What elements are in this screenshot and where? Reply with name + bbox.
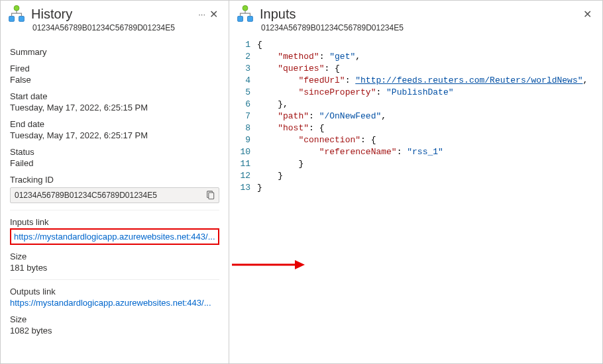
app-container: History ··· ✕ 01234A56789B01234C56789D01…	[0, 0, 603, 364]
end-date-value: Tuesday, May 17, 2022, 6:25:17 PM	[10, 130, 219, 140]
inputs-id: 01234A56789B01234C56789D01234E5	[229, 23, 602, 38]
close-icon[interactable]: ✕	[205, 7, 222, 22]
inputs-panel: Inputs ✕ 01234A56789B01234C56789D01234E5…	[229, 1, 602, 363]
more-icon[interactable]: ···	[198, 9, 205, 19]
tracking-id-label: Tracking ID	[10, 175, 219, 185]
history-body: Summary Fired False Start date Tuesday, …	[1, 38, 229, 342]
svg-rect-2	[19, 17, 25, 22]
outputs-size-value: 1082 bytes	[10, 326, 219, 336]
svg-point-5	[243, 5, 248, 11]
logic-app-icon	[7, 5, 26, 23]
inputs-header: Inputs ✕	[229, 1, 602, 26]
history-panel: History ··· ✕ 01234A56789B01234C56789D01…	[1, 1, 229, 363]
history-title: History	[31, 7, 194, 22]
svg-rect-4	[209, 193, 214, 199]
start-date-label: Start date	[10, 91, 219, 101]
inputs-link-label: Inputs link	[10, 217, 219, 227]
inputs-title: Inputs	[260, 7, 579, 22]
outputs-size-label: Size	[10, 314, 219, 324]
inputs-size-label: Size	[10, 251, 219, 261]
outputs-link[interactable]: https://mystandardlogicapp.azurewebsites…	[10, 298, 211, 308]
end-date-label: End date	[10, 119, 219, 129]
history-id: 01234A56789B01234C56789D01234E5	[1, 23, 229, 38]
code-content: { "method": "get", "queries": { "feedUrl…	[257, 39, 602, 363]
logic-app-icon	[236, 5, 254, 23]
start-date-value: Tuesday, May 17, 2022, 6:25:15 PM	[10, 103, 219, 113]
inputs-link-highlight: https://mystandardlogicapp.azurewebsites…	[10, 228, 219, 245]
inputs-link[interactable]: https://mystandardlogicapp.azurewebsites…	[14, 232, 215, 242]
fired-label: Fired	[10, 64, 219, 73]
svg-point-0	[14, 5, 19, 11]
history-header: History ··· ✕	[1, 1, 229, 26]
line-numbers: 12345678910111213	[229, 39, 257, 363]
status-label: Status	[10, 147, 219, 157]
close-icon[interactable]: ✕	[579, 7, 596, 22]
summary-heading: Summary	[10, 47, 219, 57]
status-value: Failed	[10, 158, 219, 168]
svg-rect-1	[9, 17, 15, 22]
outputs-link-label: Outputs link	[10, 287, 219, 296]
svg-rect-6	[238, 17, 243, 22]
code-viewer[interactable]: 12345678910111213 { "method": "get", "qu…	[229, 38, 602, 363]
tracking-id-value: 01234A56789B01234C56789D01234E5	[15, 191, 201, 200]
fired-value: False	[10, 75, 219, 85]
tracking-id-field[interactable]: 01234A56789B01234C56789D01234E5	[10, 187, 219, 203]
copy-icon[interactable]	[205, 191, 215, 200]
svg-rect-7	[248, 17, 253, 22]
inputs-size-value: 181 bytes	[10, 263, 219, 273]
